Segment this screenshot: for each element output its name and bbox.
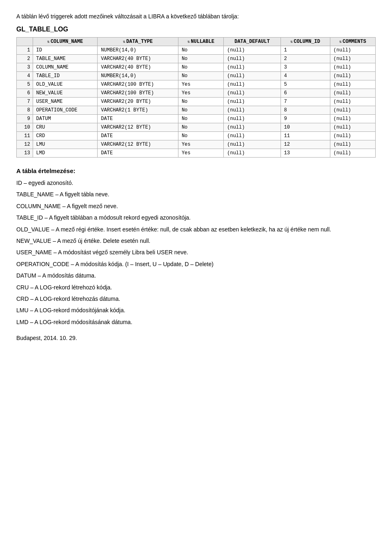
table-cell: VARCHAR2(12 BYTE) [98, 140, 178, 149]
intro-paragraph: A táblán lévő triggerek adott mezőinek v… [16, 12, 376, 21]
definition-item: TABLE_NAME – A figyelt tábla neve. [16, 190, 376, 199]
row-number: 10 [17, 123, 33, 132]
database-table: ⇅COLUMN_NAME ⇅DATA_TYPE ⇅NULLABLE DATA_D… [16, 37, 376, 158]
table-cell: 10 [281, 123, 330, 132]
table-cell: OPERATION_CODE [33, 106, 98, 115]
sort-icon: ⇅ [123, 40, 125, 44]
table-cell: (null) [330, 63, 375, 72]
row-number: 3 [17, 63, 33, 72]
definition-item: LMU – A LOG-rekord módosítójának kódja. [16, 306, 376, 315]
row-number: 9 [17, 115, 33, 123]
table-cell: No [178, 55, 223, 63]
table-cell: (null) [330, 46, 375, 55]
table-cell: 5 [281, 80, 330, 89]
table-cell: (null) [330, 123, 375, 132]
table-cell: (null) [224, 132, 281, 140]
table-title: GL_TABLE_LOG [16, 26, 376, 33]
table-cell: (null) [330, 98, 375, 106]
table-cell: 8 [281, 106, 330, 115]
table-cell: LMD [33, 149, 98, 158]
table-cell: CRD [33, 132, 98, 140]
table-cell: 4 [281, 72, 330, 80]
table-cell: 2 [281, 55, 330, 63]
table-row: 4TABLE_IDNUMBER(14,0)No(null)4(null) [17, 72, 376, 80]
col-column-name-header: ⇅COLUMN_NAME [33, 38, 98, 46]
table-cell: ID [33, 46, 98, 55]
table-cell: VARCHAR2(100 BYTE) [98, 89, 178, 98]
table-row: 6NEW_VALUEVARCHAR2(100 BYTE)Yes(null)6(n… [17, 89, 376, 98]
table-cell: Yes [178, 80, 223, 89]
table-cell: USER_NAME [33, 98, 98, 106]
table-cell: Yes [178, 149, 223, 158]
row-num-header [17, 38, 33, 46]
sort-icon: ⇅ [187, 40, 190, 44]
table-cell: VARCHAR2(12 BYTE) [98, 123, 178, 132]
definition-item: ID – egyedi azonosító. [16, 178, 376, 187]
table-cell: DATE [98, 132, 178, 140]
table-cell: VARCHAR2(1 BYTE) [98, 106, 178, 115]
table-cell: (null) [224, 98, 281, 106]
table-row: 8OPERATION_CODEVARCHAR2(1 BYTE)No(null)8… [17, 106, 376, 115]
table-row: 13LMDDATEYes(null)13(null) [17, 149, 376, 158]
row-number: 5 [17, 80, 33, 89]
table-row: 9DATUMDATENo(null)9(null) [17, 115, 376, 123]
table-cell: DATUM [33, 115, 98, 123]
table-row: 3COLUMN_NAMEVARCHAR2(40 BYTE)No(null)3(n… [17, 63, 376, 72]
table-cell: 3 [281, 63, 330, 72]
table-cell: No [178, 115, 223, 123]
table-cell: 7 [281, 98, 330, 106]
table-cell: (null) [224, 149, 281, 158]
table-cell: CRU [33, 123, 98, 132]
table-cell: No [178, 63, 223, 72]
sort-icon: ⇅ [47, 40, 50, 44]
table-cell: DATE [98, 149, 178, 158]
definition-item: CRD – A LOG-rekord létrehozás dátuma. [16, 294, 376, 303]
definition-item: OPERATION_CODE – A módosítás kódja. (I –… [16, 260, 376, 269]
table-cell: (null) [330, 140, 375, 149]
table-cell: (null) [330, 149, 375, 158]
table-cell: VARCHAR2(40 BYTE) [98, 55, 178, 63]
col-nullable-header: ⇅NULLABLE [178, 38, 223, 46]
table-cell: VARCHAR2(100 BYTE) [98, 80, 178, 89]
col-column-id-header: ⇅COLUMN_ID [281, 38, 330, 46]
table-cell: No [178, 98, 223, 106]
table-cell: OLD_VALUE [33, 80, 98, 89]
table-cell: COLUMN_NAME [33, 63, 98, 72]
table-row: 10CRUVARCHAR2(12 BYTE)No(null)10(null) [17, 123, 376, 132]
definition-item: CRU – A LOG-rekord létrehozó kódja. [16, 283, 376, 292]
table-cell: No [178, 72, 223, 80]
table-cell: NUMBER(14,0) [98, 72, 178, 80]
table-cell: 11 [281, 132, 330, 140]
table-cell: 13 [281, 149, 330, 158]
row-number: 6 [17, 89, 33, 98]
table-cell: (null) [330, 55, 375, 63]
table-cell: NEW_VALUE [33, 89, 98, 98]
row-number: 12 [17, 140, 33, 149]
table-row: 1IDNUMBER(14,0)No(null)1(null) [17, 46, 376, 55]
table-cell: Yes [178, 89, 223, 98]
table-cell: (null) [330, 72, 375, 80]
table-row: 2TABLE_NAMEVARCHAR2(40 BYTE)No(null)2(nu… [17, 55, 376, 63]
table-cell: No [178, 123, 223, 132]
table-cell: DATE [98, 115, 178, 123]
table-cell: No [178, 106, 223, 115]
table-cell: 12 [281, 140, 330, 149]
table-cell: (null) [224, 55, 281, 63]
table-cell: (null) [224, 115, 281, 123]
table-cell: (null) [224, 80, 281, 89]
table-cell: (null) [224, 46, 281, 55]
table-cell: LMU [33, 140, 98, 149]
sort-icon: ⇅ [290, 40, 293, 44]
row-number: 13 [17, 149, 33, 158]
sort-icon: ⇅ [339, 40, 342, 44]
col-comments-header: ⇅COMMENTS [330, 38, 375, 46]
section-title: A tábla értelmezése: [16, 167, 376, 174]
table-cell: VARCHAR2(20 BYTE) [98, 98, 178, 106]
table-cell: (null) [224, 140, 281, 149]
table-cell: 6 [281, 89, 330, 98]
definition-item: LMD – A LOG-rekord módosításának dátuma. [16, 318, 376, 327]
row-number: 4 [17, 72, 33, 80]
row-number: 7 [17, 98, 33, 106]
col-data-default-header: DATA_DEFAULT [224, 38, 281, 46]
definition-item: COLUMN_NAME – A figyelt mező neve. [16, 202, 376, 211]
